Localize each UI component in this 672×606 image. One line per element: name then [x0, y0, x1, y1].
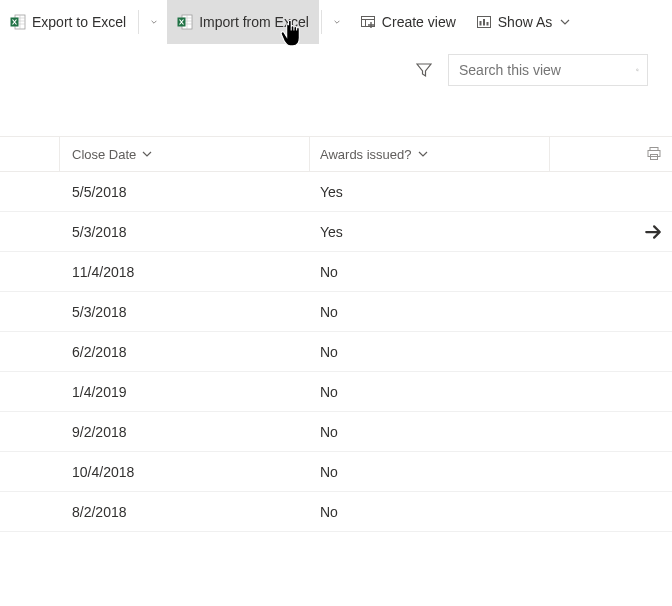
row-pad — [0, 372, 60, 411]
table-row[interactable]: 5/3/2018Yes — [0, 212, 672, 252]
chevron-down-icon — [151, 17, 157, 27]
cell-close-date: 5/3/2018 — [60, 292, 310, 331]
table-row[interactable]: 6/2/2018No — [0, 332, 672, 372]
filter-icon[interactable] — [416, 62, 432, 78]
command-bar: Export to Excel Import from Excel Create… — [0, 0, 672, 44]
chevron-down-icon — [560, 17, 570, 27]
cell-awards-issued: No — [310, 372, 550, 411]
chevron-down-icon — [334, 17, 340, 27]
table-row[interactable]: 5/3/2018No — [0, 292, 672, 332]
create-view-icon — [360, 14, 376, 30]
cell-awards-issued: No — [310, 292, 550, 331]
data-grid: Close Date Awards issued? 5/5/2018Yes5/3… — [0, 136, 672, 532]
export-dropdown[interactable] — [141, 0, 167, 44]
header-tail — [550, 146, 672, 162]
arrow-right-icon[interactable] — [644, 223, 662, 241]
svg-rect-17 — [483, 19, 485, 26]
cell-close-date: 6/2/2018 — [60, 332, 310, 371]
import-label: Import from Excel — [199, 14, 309, 30]
search-input[interactable] — [457, 61, 636, 79]
show-as-button[interactable]: Show As — [466, 0, 580, 44]
show-as-label: Show As — [498, 14, 552, 30]
cell-close-date: 1/4/2019 — [60, 372, 310, 411]
cell-awards-issued: Yes — [310, 172, 550, 211]
cell-close-date: 5/3/2018 — [60, 212, 310, 251]
create-view-button[interactable]: Create view — [350, 0, 466, 44]
table-row[interactable]: 10/4/2018No — [0, 452, 672, 492]
chevron-down-icon — [142, 149, 152, 159]
cell-close-date: 9/2/2018 — [60, 412, 310, 451]
cell-close-date: 10/4/2018 — [60, 452, 310, 491]
column-header-awards-issued[interactable]: Awards issued? — [310, 137, 550, 171]
cell-close-date: 11/4/2018 — [60, 252, 310, 291]
search-icon — [636, 62, 639, 78]
header-label: Awards issued? — [320, 147, 412, 162]
row-pad — [0, 212, 60, 251]
svg-point-19 — [636, 69, 638, 71]
row-tail — [550, 223, 672, 241]
separator — [138, 10, 139, 34]
svg-line-20 — [638, 71, 639, 72]
cell-awards-issued: No — [310, 452, 550, 491]
search-bar-row — [0, 44, 672, 96]
table-row[interactable]: 5/5/2018Yes — [0, 172, 672, 212]
excel-icon — [177, 14, 193, 30]
header-label: Close Date — [72, 147, 136, 162]
row-pad — [0, 452, 60, 491]
table-row[interactable]: 9/2/2018No — [0, 412, 672, 452]
table-row[interactable]: 11/4/2018No — [0, 252, 672, 292]
cell-close-date: 5/5/2018 — [60, 172, 310, 211]
search-box[interactable] — [448, 54, 648, 86]
cell-awards-issued: No — [310, 332, 550, 371]
import-from-excel-button[interactable]: Import from Excel — [167, 0, 319, 44]
excel-icon — [10, 14, 26, 30]
grid-header: Close Date Awards issued? — [0, 136, 672, 172]
row-pad — [0, 292, 60, 331]
svg-rect-16 — [479, 21, 481, 26]
import-dropdown[interactable] — [324, 0, 350, 44]
print-icon[interactable] — [646, 146, 662, 162]
cell-close-date: 8/2/2018 — [60, 492, 310, 531]
show-as-icon — [476, 14, 492, 30]
table-row[interactable]: 8/2/2018No — [0, 492, 672, 532]
export-to-excel-button[interactable]: Export to Excel — [0, 0, 136, 44]
cell-awards-issued: No — [310, 412, 550, 451]
separator — [321, 10, 322, 34]
header-pad — [0, 137, 60, 171]
cell-awards-issued: No — [310, 252, 550, 291]
svg-rect-18 — [486, 22, 488, 26]
column-header-close-date[interactable]: Close Date — [60, 137, 310, 171]
svg-rect-22 — [648, 151, 660, 157]
cell-awards-issued: No — [310, 492, 550, 531]
row-pad — [0, 492, 60, 531]
cell-awards-issued: Yes — [310, 212, 550, 251]
row-pad — [0, 412, 60, 451]
row-pad — [0, 252, 60, 291]
table-row[interactable]: 1/4/2019No — [0, 372, 672, 412]
row-pad — [0, 172, 60, 211]
export-label: Export to Excel — [32, 14, 126, 30]
chevron-down-icon — [418, 149, 428, 159]
create-view-label: Create view — [382, 14, 456, 30]
row-pad — [0, 332, 60, 371]
